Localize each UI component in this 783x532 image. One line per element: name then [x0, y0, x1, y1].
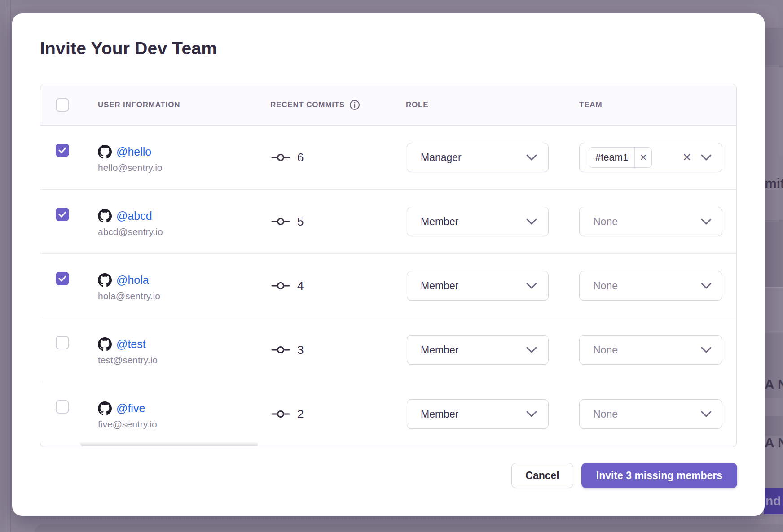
- team-multiselect[interactable]: None: [579, 335, 722, 365]
- user-email: abcd@sentry.io: [98, 227, 265, 237]
- team-multiselect[interactable]: None: [579, 207, 722, 236]
- row-checkbox[interactable]: [56, 336, 69, 349]
- commit-icon: [271, 153, 290, 162]
- team-cell: None: [566, 190, 736, 253]
- table-row: @test test@sentry.io 3 Member: [40, 318, 736, 382]
- role-select[interactable]: Member: [407, 399, 549, 429]
- background-button-fragment: nd: [764, 488, 783, 514]
- user-email: five@sentry.io: [98, 419, 265, 430]
- team-cell: None: [566, 382, 736, 446]
- row-checkbox-cell: [40, 126, 98, 189]
- background-row: [764, 28, 783, 67]
- header-recent-commits: RECENT COMMITS: [265, 84, 395, 125]
- commit-count: 6: [297, 151, 304, 165]
- role-select[interactable]: Member: [407, 207, 549, 236]
- row-checkbox[interactable]: [56, 400, 69, 414]
- commit-count: 2: [297, 407, 304, 421]
- background-text-fragment: A No: [765, 435, 783, 450]
- clear-teams-icon[interactable]: ✕: [682, 151, 691, 164]
- background-bottom-sliver: [12, 518, 783, 532]
- background-row: [764, 416, 783, 436]
- team-select-value: None: [589, 408, 700, 420]
- github-username-link[interactable]: @hola: [116, 274, 149, 287]
- user-information-cell: @five five@sentry.io: [98, 382, 265, 446]
- recent-commits-cell: 5: [265, 190, 395, 253]
- row-checkbox[interactable]: [56, 208, 69, 221]
- team-select-value: None: [589, 280, 700, 292]
- table-row: @hello hello@sentry.io 6 Manager: [40, 126, 736, 190]
- team-multiselect[interactable]: None: [579, 399, 722, 429]
- header-role: ROLE: [395, 84, 566, 125]
- github-icon: [98, 145, 112, 159]
- page-title: Invite Your Dev Team: [40, 39, 217, 58]
- github-username-link[interactable]: @test: [116, 338, 146, 351]
- role-cell: Member: [395, 382, 566, 446]
- role-select[interactable]: Member: [407, 335, 549, 365]
- github-username-link[interactable]: @five: [116, 402, 145, 415]
- invite-table: USER INFORMATION RECENT COMMITS ROLE TEA…: [40, 84, 737, 447]
- role-select[interactable]: Member: [407, 271, 549, 301]
- row-checkbox-cell: [40, 190, 98, 253]
- invite-members-button[interactable]: Invite 3 missing members: [581, 463, 737, 488]
- row-checkbox-cell: [40, 382, 98, 446]
- background-row: [764, 220, 783, 287]
- table-header-row: USER INFORMATION RECENT COMMITS ROLE TEA…: [40, 84, 736, 126]
- background-card-edge: [35, 524, 783, 532]
- remove-team-icon[interactable]: ✕: [634, 148, 651, 167]
- commit-icon: [271, 409, 290, 419]
- header-recent-commits-label: RECENT COMMITS: [270, 100, 345, 109]
- background-divider: [10, 0, 11, 532]
- commit-icon: [271, 217, 290, 227]
- chevron-down-icon: [526, 346, 537, 353]
- chevron-down-icon: [700, 282, 712, 289]
- role-select-value: Member: [421, 280, 526, 292]
- user-information-cell: @hello hello@sentry.io: [98, 126, 265, 189]
- chevron-down-icon: [700, 346, 712, 353]
- commit-count: 4: [297, 279, 304, 293]
- team-select-value: None: [589, 216, 700, 228]
- header-user-information: USER INFORMATION: [98, 84, 265, 125]
- github-username-link[interactable]: @abcd: [116, 209, 152, 222]
- select-all-checkbox[interactable]: [56, 98, 69, 112]
- row-checkbox[interactable]: [56, 272, 69, 285]
- commit-count: 5: [297, 215, 304, 229]
- recent-commits-cell: 4: [265, 254, 395, 318]
- user-information-cell: @hola hola@sentry.io: [98, 254, 265, 318]
- role-select-value: Manager: [421, 152, 526, 164]
- team-cell: None: [566, 318, 736, 382]
- commit-icon: [271, 281, 290, 291]
- user-email: hello@sentry.io: [98, 162, 265, 173]
- cancel-button[interactable]: Cancel: [511, 463, 573, 488]
- chevron-down-icon: [526, 218, 537, 225]
- role-select-value: Member: [421, 216, 526, 228]
- modal-footer: Cancel Invite 3 missing members: [511, 463, 737, 488]
- background-row: [764, 68, 783, 156]
- role-select-value: Member: [421, 344, 526, 356]
- chevron-down-icon: [526, 410, 537, 418]
- header-team: TEAM: [566, 84, 736, 125]
- invite-dev-team-modal: Invite Your Dev Team USER INFORMATION RE…: [12, 13, 765, 516]
- chevron-down-icon: [526, 282, 537, 289]
- role-select-value: Member: [421, 408, 526, 420]
- commit-count: 3: [297, 343, 304, 357]
- role-select[interactable]: Manager: [407, 143, 549, 172]
- role-cell: Member: [395, 190, 566, 253]
- github-username-link[interactable]: @hello: [116, 145, 151, 158]
- team-multiselect[interactable]: #team1 ✕ ✕: [579, 143, 722, 172]
- role-cell: Member: [395, 318, 566, 382]
- commit-icon: [271, 345, 290, 355]
- table-row: @five five@sentry.io 2 Member: [40, 382, 736, 446]
- role-cell: Member: [395, 254, 566, 318]
- background-dotted-line: [35, 519, 764, 520]
- info-icon[interactable]: [349, 100, 360, 110]
- user-information-cell: @test test@sentry.io: [98, 318, 265, 382]
- chevron-down-icon: [526, 154, 537, 161]
- row-checkbox-cell: [40, 318, 98, 382]
- team-select-value: None: [589, 344, 700, 356]
- recent-commits-cell: 6: [265, 126, 395, 189]
- row-checkbox-cell: [40, 254, 98, 318]
- team-cell: None: [566, 254, 736, 318]
- team-multiselect[interactable]: None: [579, 271, 722, 301]
- row-checkbox[interactable]: [56, 144, 69, 157]
- chevron-down-icon: [700, 218, 712, 225]
